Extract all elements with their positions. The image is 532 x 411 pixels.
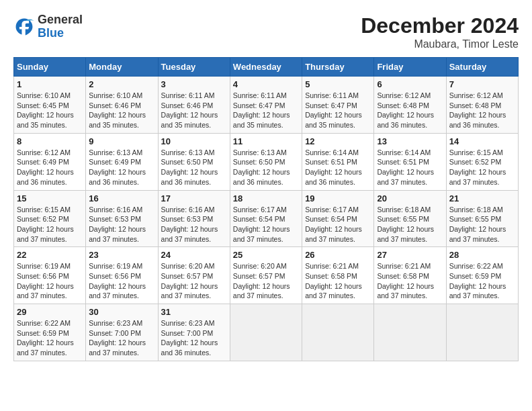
sunrise-label: Sunrise: 6:21 AM	[377, 262, 431, 270]
calendar-cell	[230, 304, 302, 361]
calendar-cell: 18 Sunrise: 6:17 AM Sunset: 6:54 PM Dayl…	[230, 190, 302, 247]
calendar-cell: 29 Sunrise: 6:22 AM Sunset: 6:59 PM Dayl…	[14, 304, 86, 361]
sunrise-label: Sunrise: 6:16 AM	[161, 205, 215, 214]
sunset-label: Sunset: 6:47 PM	[305, 101, 357, 109]
calendar-cell: 8 Sunrise: 6:12 AM Sunset: 6:49 PM Dayli…	[14, 133, 86, 190]
day-number: 29	[17, 307, 83, 317]
day-info: Sunrise: 6:23 AM Sunset: 7:00 PM Dayligh…	[89, 318, 154, 358]
sunrise-label: Sunrise: 6:23 AM	[161, 319, 215, 327]
day-info: Sunrise: 6:22 AM Sunset: 6:59 PM Dayligh…	[17, 318, 83, 358]
weekday-friday: Friday	[374, 58, 446, 77]
calendar-cell: 5 Sunrise: 6:11 AM Sunset: 6:47 PM Dayli…	[302, 77, 374, 134]
calendar-cell: 19 Sunrise: 6:17 AM Sunset: 6:54 PM Dayl…	[302, 190, 374, 247]
day-number: 11	[233, 136, 299, 146]
sunrise-label: Sunrise: 6:19 AM	[17, 262, 71, 270]
day-number: 13	[377, 136, 443, 146]
sunset-label: Sunset: 6:57 PM	[233, 272, 285, 280]
calendar-cell: 16 Sunrise: 6:16 AM Sunset: 6:53 PM Dayl…	[86, 190, 158, 247]
sunrise-label: Sunrise: 6:13 AM	[161, 148, 215, 156]
day-number: 1	[17, 79, 83, 89]
sunrise-label: Sunrise: 6:18 AM	[449, 205, 503, 214]
daylight-label: Daylight: 12 hours and 37 minutes.	[161, 282, 218, 300]
calendar-week-3: 15 Sunrise: 6:15 AM Sunset: 6:52 PM Dayl…	[14, 190, 519, 247]
day-info: Sunrise: 6:16 AM Sunset: 6:53 PM Dayligh…	[161, 205, 227, 244]
day-info: Sunrise: 6:13 AM Sunset: 6:50 PM Dayligh…	[161, 148, 227, 187]
daylight-label: Daylight: 12 hours and 35 minutes.	[161, 111, 218, 129]
day-info: Sunrise: 6:11 AM Sunset: 6:47 PM Dayligh…	[233, 91, 299, 130]
day-number: 16	[89, 193, 154, 203]
calendar-cell: 27 Sunrise: 6:21 AM Sunset: 6:58 PM Dayl…	[374, 247, 446, 304]
day-number: 4	[233, 79, 299, 89]
calendar-cell: 17 Sunrise: 6:16 AM Sunset: 6:53 PM Dayl…	[158, 190, 230, 247]
day-info: Sunrise: 6:20 AM Sunset: 6:57 PM Dayligh…	[161, 261, 227, 301]
day-number: 22	[17, 250, 83, 260]
location-title: Maubara, Timor Leste	[361, 38, 519, 50]
calendar-cell: 24 Sunrise: 6:20 AM Sunset: 6:57 PM Dayl…	[158, 247, 230, 304]
day-info: Sunrise: 6:10 AM Sunset: 6:46 PM Dayligh…	[89, 91, 154, 130]
calendar-cell: 31 Sunrise: 6:23 AM Sunset: 7:00 PM Dayl…	[158, 304, 230, 361]
calendar-week-5: 29 Sunrise: 6:22 AM Sunset: 6:59 PM Dayl…	[14, 304, 519, 361]
day-info: Sunrise: 6:16 AM Sunset: 6:53 PM Dayligh…	[89, 205, 154, 244]
sunset-label: Sunset: 6:56 PM	[17, 272, 69, 280]
day-number: 30	[89, 307, 154, 317]
calendar-cell: 14 Sunrise: 6:15 AM Sunset: 6:52 PM Dayl…	[446, 133, 518, 190]
sunrise-label: Sunrise: 6:19 AM	[89, 262, 142, 270]
daylight-label: Daylight: 12 hours and 37 minutes.	[305, 282, 362, 300]
day-info: Sunrise: 6:13 AM Sunset: 6:50 PM Dayligh…	[233, 148, 299, 187]
sunset-label: Sunset: 6:59 PM	[17, 329, 69, 337]
sunrise-label: Sunrise: 6:22 AM	[17, 319, 71, 327]
daylight-label: Daylight: 12 hours and 36 minutes.	[161, 338, 218, 357]
calendar-cell: 10 Sunrise: 6:13 AM Sunset: 6:50 PM Dayl…	[158, 133, 230, 190]
calendar-cell: 4 Sunrise: 6:11 AM Sunset: 6:47 PM Dayli…	[230, 77, 302, 134]
calendar-cell	[302, 304, 374, 361]
sunset-label: Sunset: 6:50 PM	[233, 158, 285, 166]
day-number: 8	[17, 136, 83, 146]
day-info: Sunrise: 6:20 AM Sunset: 6:57 PM Dayligh…	[233, 261, 299, 301]
sunrise-label: Sunrise: 6:17 AM	[305, 205, 359, 214]
sunrise-label: Sunrise: 6:15 AM	[17, 205, 71, 214]
calendar-week-4: 22 Sunrise: 6:19 AM Sunset: 6:56 PM Dayl…	[14, 247, 519, 304]
calendar-cell: 12 Sunrise: 6:14 AM Sunset: 6:51 PM Dayl…	[302, 133, 374, 190]
calendar-table: SundayMondayTuesdayWednesdayThursdayFrid…	[13, 57, 519, 361]
day-number: 12	[305, 136, 371, 146]
daylight-label: Daylight: 12 hours and 36 minutes.	[449, 111, 506, 129]
daylight-label: Daylight: 12 hours and 37 minutes.	[449, 282, 506, 300]
sunset-label: Sunset: 6:55 PM	[449, 215, 502, 223]
daylight-label: Daylight: 12 hours and 36 minutes.	[161, 168, 218, 186]
day-number: 27	[377, 250, 443, 260]
calendar-cell: 11 Sunrise: 6:13 AM Sunset: 6:50 PM Dayl…	[230, 133, 302, 190]
calendar-cell: 26 Sunrise: 6:21 AM Sunset: 6:58 PM Dayl…	[302, 247, 374, 304]
day-number: 10	[161, 136, 227, 146]
sunset-label: Sunset: 6:54 PM	[305, 215, 357, 223]
daylight-label: Daylight: 12 hours and 37 minutes.	[89, 282, 146, 300]
sunrise-label: Sunrise: 6:11 AM	[305, 91, 359, 99]
calendar-cell: 20 Sunrise: 6:18 AM Sunset: 6:55 PM Dayl…	[374, 190, 446, 247]
day-number: 31	[161, 307, 227, 317]
daylight-label: Daylight: 12 hours and 37 minutes.	[377, 282, 434, 300]
daylight-label: Daylight: 12 hours and 35 minutes.	[17, 111, 74, 129]
day-info: Sunrise: 6:18 AM Sunset: 6:55 PM Dayligh…	[449, 205, 515, 244]
sunset-label: Sunset: 6:58 PM	[305, 272, 357, 280]
day-number: 18	[233, 193, 299, 203]
logo-blue-text: Blue	[38, 27, 83, 40]
daylight-label: Daylight: 12 hours and 37 minutes.	[17, 282, 74, 300]
title-block: December 2024 Maubara, Timor Leste	[361, 13, 519, 50]
sunrise-label: Sunrise: 6:11 AM	[161, 91, 215, 99]
daylight-label: Daylight: 12 hours and 37 minutes.	[89, 338, 146, 357]
day-info: Sunrise: 6:21 AM Sunset: 6:58 PM Dayligh…	[377, 261, 443, 301]
sunrise-label: Sunrise: 6:13 AM	[233, 148, 287, 156]
daylight-label: Daylight: 12 hours and 35 minutes.	[305, 111, 362, 129]
sunrise-label: Sunrise: 6:13 AM	[89, 148, 142, 156]
day-number: 25	[233, 250, 299, 260]
sunset-label: Sunset: 7:00 PM	[161, 329, 214, 337]
calendar-cell: 28 Sunrise: 6:22 AM Sunset: 6:59 PM Dayl…	[446, 247, 518, 304]
logo-icon	[13, 16, 35, 38]
day-info: Sunrise: 6:11 AM Sunset: 6:47 PM Dayligh…	[305, 91, 371, 130]
calendar-cell: 22 Sunrise: 6:19 AM Sunset: 6:56 PM Dayl…	[14, 247, 86, 304]
day-info: Sunrise: 6:14 AM Sunset: 6:51 PM Dayligh…	[377, 148, 443, 187]
sunset-label: Sunset: 6:46 PM	[161, 101, 214, 109]
logo-general-text: General	[38, 13, 83, 27]
day-info: Sunrise: 6:19 AM Sunset: 6:56 PM Dayligh…	[17, 261, 83, 301]
sunset-label: Sunset: 6:54 PM	[233, 215, 285, 223]
day-number: 21	[449, 193, 515, 203]
